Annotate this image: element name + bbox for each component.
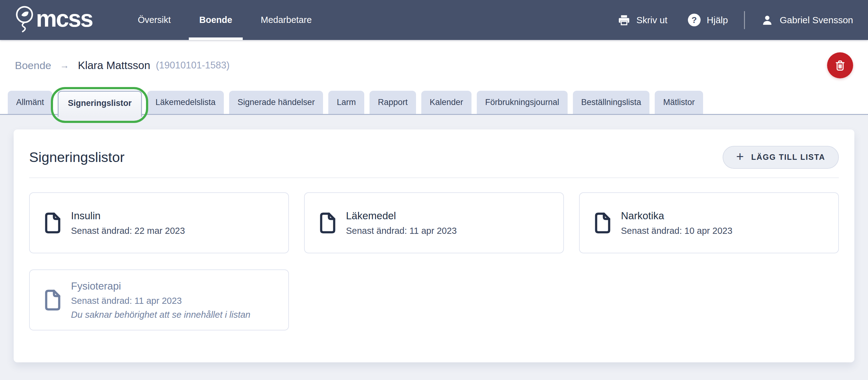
user-menu[interactable]: Gabriel Svensson — [761, 14, 853, 26]
trash-icon — [834, 59, 847, 72]
document-icon — [595, 212, 611, 234]
list-card-insulin[interactable]: Insulin Senast ändrad: 22 mar 2023 — [29, 192, 289, 253]
printer-icon — [618, 14, 630, 26]
list-modified: Senast ändrad: 11 apr 2023 — [346, 225, 457, 236]
tab-larm[interactable]: Larm — [328, 91, 364, 114]
list-name: Insulin — [71, 209, 185, 222]
tab-matlistor[interactable]: Mätlistor — [655, 91, 703, 114]
list-card-text: Insulin Senast ändrad: 22 mar 2023 — [71, 209, 185, 236]
tab-signerade-handelser[interactable]: Signerade händelser — [229, 91, 323, 114]
tab-bestallningslista[interactable]: Beställningslista — [573, 91, 650, 114]
nav-item-medarbetare[interactable]: Medarbetare — [246, 0, 326, 40]
list-name: Fysioterapi — [71, 280, 250, 292]
delete-resident-button[interactable] — [827, 53, 853, 78]
section-divider — [29, 177, 839, 178]
list-restricted-note: Du saknar behörighet att se innehållet i… — [71, 309, 250, 320]
list-card-text: Fysioterapi Senast ändrad: 11 apr 2023 D… — [71, 280, 250, 320]
question-circle-icon: ? — [688, 13, 701, 26]
main-nav: Översikt Boende Medarbetare — [123, 0, 326, 40]
tab-allmant[interactable]: Allmänt — [8, 91, 52, 114]
app-header: mcss Översikt Boende Medarbetare Skriv u… — [0, 0, 868, 40]
add-list-button[interactable]: + LÄGG TILL LISTA — [723, 146, 839, 169]
document-icon — [44, 212, 61, 234]
tab-rapport[interactable]: Rapport — [370, 91, 416, 114]
tab-lakemedelslista[interactable]: Läkemedelslista — [147, 91, 224, 114]
help-button[interactable]: ? Hjälp — [688, 13, 728, 26]
list-card-narkotika[interactable]: Narkotika Senast ändrad: 10 apr 2023 — [579, 192, 839, 253]
list-modified: Senast ändrad: 11 apr 2023 — [71, 295, 250, 306]
print-label: Skriv ut — [637, 15, 668, 25]
balloon-logo-icon — [15, 5, 34, 35]
document-icon — [44, 289, 61, 311]
signing-lists-grid: Insulin Senast ändrad: 22 mar 2023 Läkem… — [29, 192, 839, 331]
breadcrumb-bar: Boende → Klara Mattsson (19010101-1583) — [0, 40, 868, 91]
logo-text: mcss — [36, 7, 92, 33]
list-name: Läkemedel — [346, 209, 457, 222]
breadcrumb-patient-name: Klara Mattsson — [78, 59, 150, 72]
header-divider — [744, 11, 745, 29]
breadcrumb-boende-link[interactable]: Boende — [15, 60, 51, 72]
page-title: Signeringslistor — [29, 149, 125, 165]
tab-kalender[interactable]: Kalender — [421, 91, 471, 114]
add-list-button-label: LÄGG TILL LISTA — [751, 153, 825, 162]
list-card-lakemedel[interactable]: Läkemedel Senast ändrad: 11 apr 2023 — [304, 192, 564, 253]
nav-item-oversikt[interactable]: Översikt — [123, 0, 185, 40]
list-modified: Senast ändrad: 10 apr 2023 — [621, 225, 733, 236]
patient-tabs: Allmänt Signeringslistor Läkemedelslista… — [0, 91, 868, 115]
print-button[interactable]: Skriv ut — [618, 14, 668, 26]
breadcrumb-arrow-icon: → — [60, 60, 69, 71]
signeringslistor-panel: Signeringslistor + LÄGG TILL LISTA Insul… — [13, 130, 855, 362]
list-card-text: Läkemedel Senast ändrad: 11 apr 2023 — [346, 209, 457, 236]
header-actions: Skriv ut ? Hjälp Gabriel Svensson — [618, 11, 853, 29]
nav-item-boende[interactable]: Boende — [185, 0, 246, 40]
panel-header: Signeringslistor + LÄGG TILL LISTA — [29, 145, 839, 169]
plus-icon: + — [736, 150, 745, 163]
breadcrumb-patient-id: (19010101-1583) — [156, 60, 230, 71]
document-icon — [320, 212, 336, 234]
list-card-fysioterapi[interactable]: Fysioterapi Senast ändrad: 11 apr 2023 D… — [29, 270, 289, 331]
tab-forbrukningsjournal[interactable]: Förbrukningsjournal — [477, 91, 568, 114]
tab-signeringslistor[interactable]: Signeringslistor — [58, 91, 142, 117]
help-label: Hjälp — [707, 15, 728, 25]
user-name: Gabriel Svensson — [780, 15, 853, 25]
person-icon — [761, 14, 773, 26]
page-body: Signeringslistor + LÄGG TILL LISTA Insul… — [0, 115, 868, 362]
list-name: Narkotika — [621, 209, 733, 222]
list-card-text: Narkotika Senast ändrad: 10 apr 2023 — [621, 209, 733, 236]
list-modified: Senast ändrad: 22 mar 2023 — [71, 225, 185, 236]
mcss-logo[interactable]: mcss — [15, 5, 92, 35]
